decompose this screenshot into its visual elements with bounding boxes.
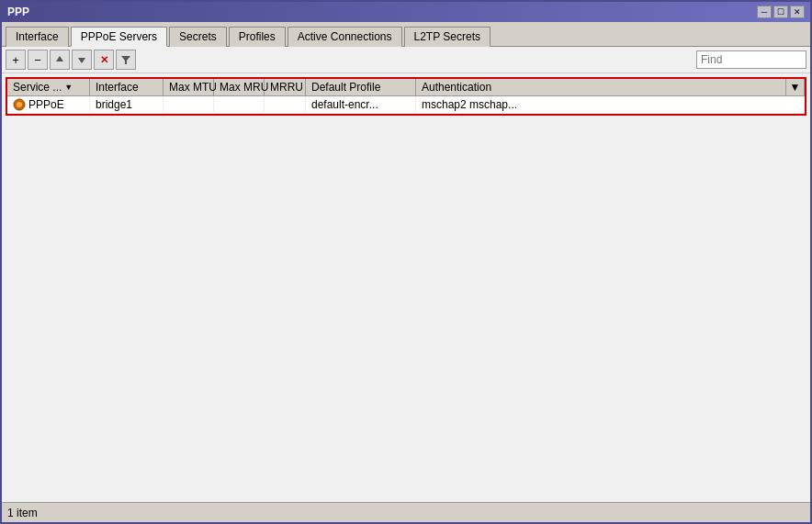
tab-bar: Interface PPPoE Servers Secrets Profiles… [2,22,810,47]
cell-maxmru [214,96,265,113]
content-area: Service ... ▼ Interface Max MTU Max MRU … [2,73,810,502]
cell-profile: default-encr... [306,96,416,113]
window-title: PPP [7,6,29,18]
tab-secrets[interactable]: Secrets [169,27,227,47]
cell-interface: bridge1 [90,96,164,113]
cell-maxmtu [164,96,214,113]
titlebar: PPP ─ ☐ ✕ [2,2,810,22]
tab-interface[interactable]: Interface [6,27,69,47]
sort-arrow-icon: ▼ [64,83,73,92]
cell-mrru [265,96,306,113]
table-row[interactable]: PPPoE bridge1 default-encr... [7,96,805,114]
tab-pppoe-servers[interactable]: PPPoE Servers [71,27,167,47]
col-header-service[interactable]: Service ... ▼ [7,79,90,95]
pppoe-table: Service ... ▼ Interface Max MTU Max MRU … [6,77,806,116]
col-header-maxmtu[interactable]: Max MTU [164,79,214,95]
maximize-button[interactable]: ☐ [773,6,788,18]
filter-button[interactable] [116,50,136,70]
col-header-maxmru[interactable]: Max MRU [214,79,265,95]
tab-active-connections[interactable]: Active Connections [288,27,402,47]
col-expand-button[interactable]: ▼ [786,79,805,95]
window-controls: ─ ☐ ✕ [757,6,805,18]
status-bar: 1 item [2,502,810,522]
svg-point-2 [17,102,22,107]
pppoe-icon [13,98,26,111]
tab-l2tp-secrets[interactable]: L2TP Secrets [404,27,491,47]
add-button[interactable]: + [6,50,26,70]
toolbar: + − ✕ [2,47,810,73]
col-header-profile[interactable]: Default Profile [306,79,416,95]
col-header-mrru[interactable]: MRRU [265,79,306,95]
remove-button[interactable]: − [28,50,48,70]
cross-button[interactable]: ✕ [94,50,114,70]
main-window: PPP ─ ☐ ✕ Interface PPPoE Servers Secret… [0,0,812,524]
cell-service: PPPoE [7,96,90,113]
table-header: Service ... ▼ Interface Max MTU Max MRU … [7,79,805,96]
svg-marker-0 [121,56,130,64]
find-input[interactable] [696,50,806,69]
col-header-interface[interactable]: Interface [90,79,164,95]
col-header-auth[interactable]: Authentication [416,79,786,95]
status-text: 1 item [7,507,38,519]
close-button[interactable]: ✕ [790,6,805,18]
cell-auth: mschap2 mschap... [416,96,805,113]
minimize-button[interactable]: ─ [757,6,772,18]
tab-profiles[interactable]: Profiles [229,27,286,47]
down-button[interactable] [72,50,92,70]
up-button[interactable] [50,50,70,70]
